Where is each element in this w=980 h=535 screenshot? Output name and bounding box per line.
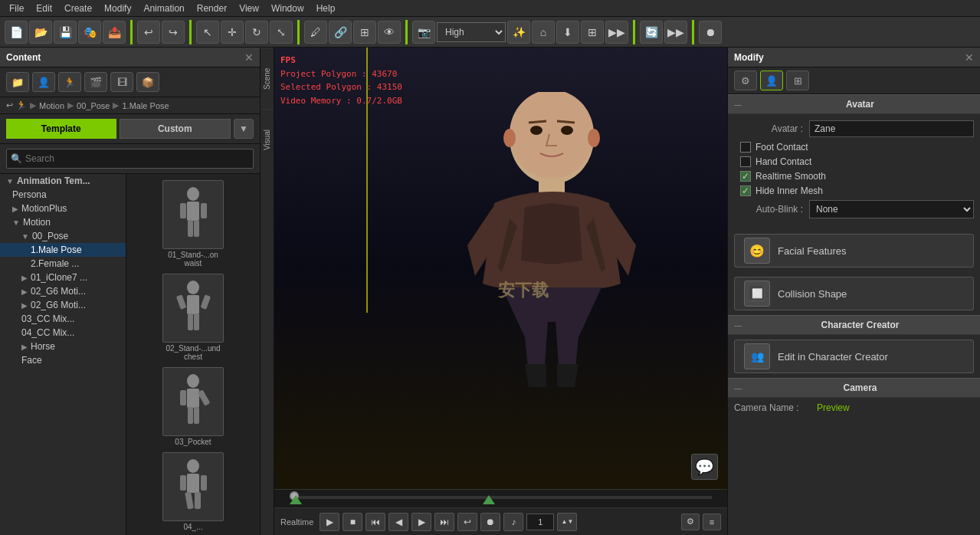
- link-btn[interactable]: 🔗: [329, 21, 352, 44]
- grid-btn[interactable]: ⊞: [581, 21, 604, 44]
- redo-btn[interactable]: ↪: [162, 21, 185, 44]
- search-input[interactable]: [6, 149, 254, 169]
- tree-item-g6moti2[interactable]: ▶ 02_G6 Moti...: [0, 298, 126, 312]
- tree-item-face[interactable]: Face: [0, 353, 126, 367]
- quality-dropdown[interactable]: High Medium Low: [437, 22, 506, 42]
- paint-btn[interactable]: 🖊: [304, 21, 327, 44]
- avatar-section-header[interactable]: — Avatar: [728, 94, 980, 114]
- modify-checker-icon[interactable]: ⊞: [786, 71, 809, 90]
- back-icon[interactable]: ↩: [6, 100, 13, 110]
- tree-item-ccmix2[interactable]: 04_CC Mix...: [0, 326, 126, 340]
- next-key-btn[interactable]: ⏭: [434, 513, 454, 531]
- light-btn[interactable]: ✨: [507, 21, 530, 44]
- tree-item-horse[interactable]: ▶ Horse: [0, 340, 126, 353]
- import-btn[interactable]: 🎭: [78, 21, 101, 44]
- character-creator-section-header[interactable]: — Character Creator: [728, 315, 980, 335]
- tree-item-iclone7[interactable]: ▶ 01_iClone7 ...: [0, 271, 126, 284]
- camera-section-header[interactable]: — Camera: [728, 378, 980, 398]
- timeline-track[interactable]: [274, 490, 727, 507]
- menu-modify[interactable]: Modify: [98, 2, 137, 15]
- edit-in-cc-btn[interactable]: 👥 Edit in Character Creator: [734, 340, 974, 373]
- character-icon[interactable]: 👤: [32, 72, 55, 92]
- step-fwd-btn[interactable]: ▶: [411, 513, 431, 531]
- menu-view[interactable]: View: [233, 2, 265, 15]
- timeline-end-marker[interactable]: [483, 495, 495, 504]
- eye-btn[interactable]: 👁: [378, 21, 401, 44]
- tree-item-00pose[interactable]: ▼ 00_Pose: [0, 229, 126, 243]
- home-btn[interactable]: ⌂: [532, 21, 555, 44]
- select-btn[interactable]: ↖: [196, 21, 219, 44]
- tree-item-motion[interactable]: ▼ Motion: [0, 215, 126, 229]
- move-btn[interactable]: ✛: [221, 21, 244, 44]
- breadcrumb-motion[interactable]: Motion: [39, 101, 64, 110]
- modify-settings-icon[interactable]: ⚙: [734, 71, 757, 90]
- modify-close-icon[interactable]: ✕: [965, 51, 974, 64]
- menu-file[interactable]: File: [3, 2, 30, 15]
- more-btn[interactable]: ▶▶: [605, 21, 628, 44]
- modify-person-icon[interactable]: 👤: [760, 71, 783, 90]
- scene-icon[interactable]: 🎬: [84, 72, 107, 92]
- tree-item-g6moti1[interactable]: ▶ 02_G6 Moti...: [0, 284, 126, 298]
- export-btn[interactable]: 📤: [103, 21, 126, 44]
- align-btn[interactable]: ⊞: [353, 21, 376, 44]
- prev-key-btn[interactable]: ⏮: [365, 513, 385, 531]
- rotate-btn[interactable]: ↻: [245, 21, 268, 44]
- collision-shape-btn[interactable]: 🔲 Collision Shape: [734, 277, 974, 310]
- custom-tab[interactable]: Custom: [120, 119, 231, 139]
- menu-animation[interactable]: Animation: [137, 2, 190, 15]
- visual-tab[interactable]: Visual: [261, 109, 274, 170]
- new-btn[interactable]: 📄: [5, 21, 28, 44]
- cam-btn[interactable]: 📷: [412, 21, 435, 44]
- menu-render[interactable]: Render: [191, 2, 233, 15]
- more2-btn[interactable]: ▶▶: [664, 21, 687, 44]
- audio-btn[interactable]: ♪: [503, 513, 523, 531]
- save-btn[interactable]: 💾: [54, 21, 77, 44]
- step-back-btn[interactable]: ◀: [388, 513, 408, 531]
- template-tab[interactable]: Template: [6, 119, 116, 139]
- realtime-smooth-checkbox[interactable]: ✓: [740, 171, 751, 182]
- tree-item-1malepose[interactable]: 1.Male Pose: [0, 243, 126, 257]
- foot-contact-checkbox[interactable]: [740, 142, 751, 153]
- menu-edit[interactable]: Edit: [30, 2, 58, 15]
- folder-icon[interactable]: 📁: [6, 72, 29, 92]
- list-item[interactable]: 03_Pocket: [133, 367, 254, 446]
- menu-help[interactable]: Help: [310, 2, 342, 15]
- facial-features-btn[interactable]: 😊 Facial Features: [734, 234, 974, 268]
- tree-item-2femalepose[interactable]: 2.Female ...: [0, 257, 126, 271]
- avatar-name-input[interactable]: [809, 120, 974, 137]
- render-btn[interactable]: ⬇: [556, 21, 579, 44]
- stop-btn[interactable]: ■: [343, 513, 362, 531]
- layout-icon[interactable]: ≡: [703, 514, 721, 530]
- frame-up-btn[interactable]: ▲▼: [557, 513, 577, 531]
- comment-icon[interactable]: 💬: [691, 454, 718, 480]
- play-btn[interactable]: ▶: [320, 513, 339, 531]
- breadcrumb-pose[interactable]: 00_Pose: [77, 101, 110, 110]
- hide-inner-mesh-checkbox[interactable]: ✓: [740, 185, 751, 196]
- settings-icon[interactable]: ⚙: [681, 514, 700, 530]
- tree-item[interactable]: ▼ Animation Tem...: [0, 174, 126, 188]
- props-icon[interactable]: 📦: [136, 72, 159, 92]
- loop-btn[interactable]: ↩: [457, 513, 477, 531]
- tab-settings-icon[interactable]: ▼: [234, 119, 254, 139]
- frame-input[interactable]: [526, 514, 554, 530]
- scale-btn[interactable]: ⤡: [270, 21, 293, 44]
- anim-btn[interactable]: 🔄: [640, 21, 663, 44]
- content-close-icon[interactable]: ✕: [244, 51, 254, 64]
- rec-btn[interactable]: ⏺: [699, 21, 722, 44]
- open-btn[interactable]: 📂: [29, 21, 52, 44]
- effects-icon[interactable]: 🎞: [110, 72, 133, 92]
- tree-item-persona[interactable]: Persona: [0, 188, 126, 202]
- undo-btn[interactable]: ↩: [137, 21, 160, 44]
- menu-create[interactable]: Create: [58, 2, 98, 15]
- menu-window[interactable]: Window: [265, 2, 310, 15]
- auto-blink-select[interactable]: None: [809, 200, 974, 218]
- hand-contact-checkbox[interactable]: [740, 156, 751, 167]
- animation-icon[interactable]: 🏃: [58, 72, 81, 92]
- list-item[interactable]: 01_Stand-...on waist: [133, 180, 254, 268]
- viewport-canvas[interactable]: FPS Project Polygon : 43670 Selected Pol…: [274, 48, 727, 489]
- tree-item-motionplus[interactable]: ▶ MotionPlus: [0, 202, 126, 215]
- record-btn[interactable]: ⏺: [480, 513, 500, 531]
- tree-item-ccmix1[interactable]: 03_CC Mix...: [0, 312, 126, 326]
- timeline-start-marker[interactable]: [290, 495, 302, 504]
- list-item[interactable]: 04_...: [133, 452, 254, 531]
